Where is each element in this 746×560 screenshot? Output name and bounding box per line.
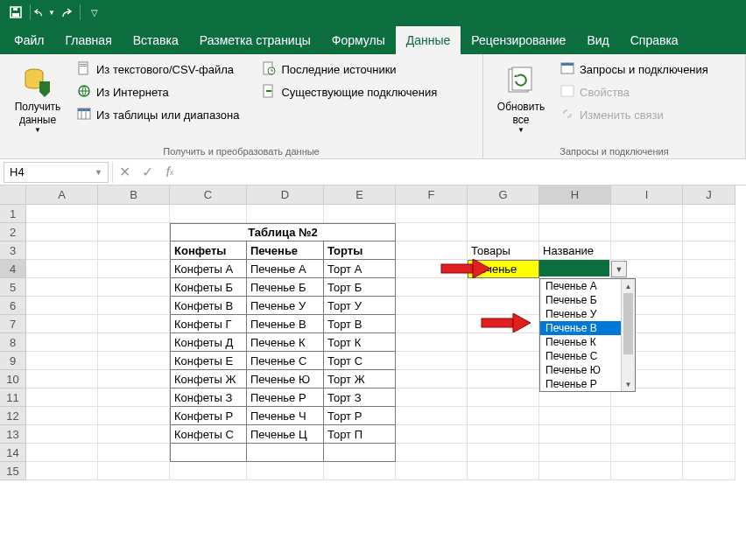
cell-E15[interactable] [324,462,396,480]
cell-H12[interactable] [539,407,611,425]
cell-B13[interactable] [98,425,170,444]
col-header-G[interactable]: G [468,186,539,205]
refresh-all-button[interactable]: Обновить все ▼ [490,58,552,142]
cell-J10[interactable] [683,370,735,388]
enter-formula-icon[interactable]: ✓ [136,162,158,183]
cell-E10[interactable]: Торт Ж [324,370,396,388]
row-header-15[interactable]: 15 [0,462,26,480]
cell-H15[interactable] [539,462,611,480]
col-header-C[interactable]: C [170,186,247,205]
cell-F5[interactable] [396,278,468,297]
cell-H4[interactable] [539,260,611,278]
cell-E5[interactable]: Торт Б [324,278,396,297]
tab-view[interactable]: Вид [576,26,619,54]
cell-B1[interactable] [98,205,170,223]
tab-file[interactable]: Файл [4,26,54,54]
row-header-12[interactable]: 12 [0,407,26,425]
cell-D11[interactable]: Печенье Р [247,388,324,407]
cell-F12[interactable] [396,407,468,425]
validation-dropdown-list[interactable]: Печенье АПеченье БПеченье УПеченье ВПече… [539,278,636,392]
cell-G4[interactable]: Печенье [468,260,539,278]
cell-B9[interactable] [98,352,170,370]
cell-C9[interactable]: Конфеты Е [170,352,247,370]
name-box[interactable]: H4 ▼ [4,162,109,183]
redo-icon[interactable] [55,2,76,23]
from-csv-button[interactable]: Из текстового/CSV-файла [74,58,243,80]
cell-A6[interactable] [26,297,98,315]
cell-B7[interactable] [98,315,170,333]
row-header-3[interactable]: 3 [0,242,26,260]
row-header-13[interactable]: 13 [0,425,26,444]
row-header-2[interactable]: 2 [0,223,26,242]
row-header-11[interactable]: 11 [0,388,26,407]
cell-F14[interactable] [396,444,468,462]
cell-A3[interactable] [26,242,98,260]
existing-connections-button[interactable]: Существующие подключения [258,80,440,103]
scroll-thumb[interactable] [623,293,633,354]
cell-C3[interactable]: Конфеты [170,242,247,260]
cell-D12[interactable]: Печенье Ч [247,407,324,425]
scroll-down-icon[interactable]: ▼ [622,377,635,391]
cell-A5[interactable] [26,278,98,297]
from-web-button[interactable]: Из Интернета [74,80,243,103]
cell-G2[interactable] [468,223,539,242]
cell-E1[interactable] [324,205,396,223]
cell-E6[interactable]: Торт У [324,297,396,315]
row-header-10[interactable]: 10 [0,370,26,388]
cell-F7[interactable] [396,315,468,333]
cell-G6[interactable] [468,297,539,315]
row-header-14[interactable]: 14 [0,444,26,462]
cell-H3[interactable]: Название [539,242,611,260]
cell-B15[interactable] [98,462,170,480]
cell-A14[interactable] [26,444,98,462]
select-all-corner[interactable] [0,186,26,205]
cell-J3[interactable] [683,242,735,260]
name-box-dropdown-icon[interactable]: ▼ [95,168,102,177]
cell-A7[interactable] [26,315,98,333]
cell-C11[interactable]: Конфеты З [170,388,247,407]
cell-G9[interactable] [468,352,539,370]
cell-J4[interactable] [683,260,735,278]
cell-C6[interactable]: Конфеты В [170,297,247,315]
cell-J8[interactable] [683,333,735,352]
cell-B14[interactable] [98,444,170,462]
get-data-button[interactable]: Получить данные ▼ [7,58,68,142]
cell-J6[interactable] [683,297,735,315]
formula-input[interactable] [181,162,746,183]
recent-sources-button[interactable]: Последние источники [258,58,440,80]
col-header-H[interactable]: H [539,186,611,205]
dropdown-scrollbar[interactable]: ▲ ▼ [621,279,635,391]
cell-G3[interactable]: Товары [468,242,539,260]
tab-insert[interactable]: Вставка [123,26,189,54]
spreadsheet-grid[interactable]: A B C D E F G H I J 12345678910111213141… [0,186,746,480]
cell-A2[interactable] [26,223,98,242]
cell-A11[interactable] [26,388,98,407]
cell-G8[interactable] [468,333,539,352]
cell-A10[interactable] [26,370,98,388]
cell-F4[interactable] [396,260,468,278]
cell-G5[interactable] [468,278,539,297]
col-header-D[interactable]: D [247,186,324,205]
row-header-4[interactable]: 4 [0,260,26,278]
cell-E3[interactable]: Торты [324,242,396,260]
cell-F8[interactable] [396,333,468,352]
cell-B11[interactable] [98,388,170,407]
row-header-1[interactable]: 1 [0,205,26,223]
tab-page-layout[interactable]: Разметка страницы [189,26,321,54]
from-table-button[interactable]: Из таблицы или диапазона [74,103,243,126]
col-header-E[interactable]: E [324,186,396,205]
cell-I13[interactable] [611,425,683,444]
cell-D3[interactable]: Печенье [247,242,324,260]
cell-G14[interactable] [468,444,539,462]
cell-D7[interactable]: Печенье В [247,315,324,333]
cancel-formula-icon[interactable]: ✕ [113,162,136,183]
cell-J1[interactable] [683,205,735,223]
row-header-5[interactable]: 5 [0,278,26,297]
cell-E8[interactable]: Торт К [324,333,396,352]
cell-F9[interactable] [396,352,468,370]
cell-I2[interactable] [611,223,683,242]
cell-F1[interactable] [396,205,468,223]
cell-G13[interactable] [468,425,539,444]
cell-C10[interactable]: Конфеты Ж [170,370,247,388]
cell-F15[interactable] [396,462,468,480]
